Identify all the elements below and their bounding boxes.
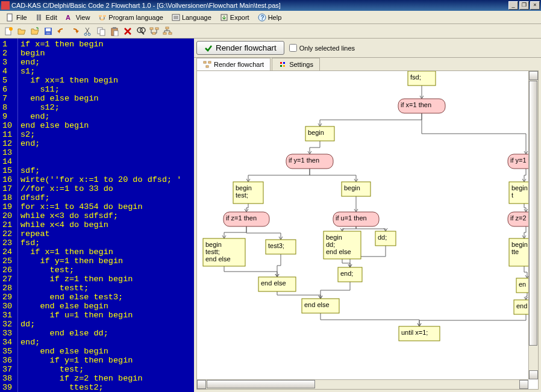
menu-proglang-label: Program language (108, 14, 163, 21)
render-button-label: Render flowchart (216, 43, 277, 52)
toolbar (0, 24, 541, 39)
svg-text:begin: begin (326, 234, 342, 241)
menu-file[interactable]: File (2, 12, 31, 23)
redo-button[interactable] (69, 25, 81, 37)
svg-text:end;: end; (340, 270, 353, 277)
svg-text:if y=1 t: if y=1 t (510, 157, 530, 164)
check-icon (204, 44, 213, 52)
delete-button[interactable] (122, 25, 134, 37)
main-area: 1234567891011121314151617181920212223242… (0, 39, 541, 392)
tab-render-flowchart[interactable]: Render flowchart (196, 58, 270, 70)
scroll-left-button[interactable] (197, 380, 206, 389)
svg-text:end else: end else (261, 279, 286, 287)
svg-text:test3;: test3; (268, 242, 284, 249)
svg-text:testt;: testt; (205, 248, 220, 255)
svg-rect-23 (150, 28, 153, 30)
flowchart-button[interactable] (148, 25, 160, 37)
titlebar: CAD-KAS C/Delphi/Basic Code 2 Flowchart … (0, 0, 541, 11)
menu-proglang[interactable]: Program language (95, 12, 167, 23)
close-button[interactable]: × (530, 1, 540, 10)
tab-settings-label: Settings (289, 61, 313, 68)
svg-text:until x=1;: until x=1; (401, 329, 428, 336)
menu-export[interactable]: Export (216, 12, 253, 23)
svg-rect-20 (114, 31, 118, 36)
svg-rect-32 (280, 62, 282, 64)
menu-edit[interactable]: Edit (32, 12, 61, 23)
render-toolbar: Render flowchart Only selected lines (194, 39, 541, 58)
svg-rect-17 (100, 30, 105, 36)
render-flowchart-button[interactable]: Render flowchart (196, 41, 284, 55)
svg-rect-27 (163, 33, 166, 34)
settings-icon (278, 60, 287, 69)
menu-language-label: Language (182, 14, 211, 21)
svg-text:t: t (511, 191, 513, 199)
flowchart-panel: Render flowchart Only selected lines Ren… (194, 39, 541, 392)
svg-text:dd;: dd; (326, 241, 335, 248)
menu-edit-label: Edit (46, 14, 57, 21)
menu-file-label: File (16, 14, 27, 21)
open2-button[interactable] (29, 25, 41, 37)
open-button[interactable] (16, 25, 28, 37)
svg-text:if u=1 then: if u=1 then (336, 214, 367, 222)
svg-text:begin: begin (308, 129, 324, 136)
flowchart2-button[interactable] (161, 25, 174, 37)
svg-rect-2 (99, 15, 102, 17)
scroll-down-button[interactable] (529, 370, 538, 379)
vertical-scrollbar[interactable] (528, 71, 538, 379)
menubar: File Edit AView Program language Languag… (0, 11, 541, 24)
scroll-thumb-h[interactable] (207, 380, 315, 388)
code-editor[interactable]: 1234567891011121314151617181920212223242… (0, 39, 194, 392)
tab-settings[interactable]: Settings (272, 58, 320, 70)
svg-text:dd;: dd; (378, 234, 387, 241)
only-selected-label: Only selected lines (299, 45, 355, 52)
svg-text:end else: end else (326, 248, 351, 255)
menu-language[interactable]: Language (168, 12, 215, 23)
svg-text:if x=1 then: if x=1 then (401, 101, 431, 108)
minimize-button[interactable]: _ (508, 1, 518, 10)
flowchart-icon (203, 60, 211, 69)
paste-button[interactable] (108, 25, 120, 37)
menu-view[interactable]: AView (62, 12, 94, 23)
svg-text:end else: end else (205, 255, 231, 263)
scroll-up-button[interactable] (529, 71, 538, 80)
svg-rect-19 (113, 27, 116, 29)
svg-rect-3 (103, 15, 106, 17)
svg-rect-26 (166, 27, 169, 29)
flowchart-canvas[interactable]: fsd;if x=1 thenbeginif y=1 thenbegintest… (196, 70, 539, 390)
menu-export-label: Export (230, 14, 249, 21)
scroll-right-button[interactable] (519, 380, 528, 389)
app-icon (1, 1, 10, 10)
svg-text:tte: tte (511, 248, 519, 255)
svg-text:begin: begin (511, 241, 528, 248)
svg-rect-25 (152, 33, 155, 34)
find-button[interactable] (135, 25, 147, 37)
svg-text:begin: begin (511, 184, 528, 191)
copy-button[interactable] (95, 25, 107, 37)
svg-rect-29 (204, 61, 206, 63)
svg-rect-34 (280, 65, 282, 67)
restore-button[interactable]: ❐ (519, 1, 529, 10)
cut-button[interactable] (82, 25, 94, 37)
save-button[interactable] (42, 25, 54, 37)
menu-help-label: Help (268, 14, 282, 21)
svg-rect-31 (206, 66, 208, 67)
svg-text:fsd;: fsd; (410, 73, 421, 81)
undo-button[interactable] (55, 25, 67, 37)
only-selected-checkbox[interactable] (289, 44, 297, 52)
svg-text:if y=1 then: if y=1 then (289, 157, 319, 164)
menu-help[interactable]: ?Help (254, 12, 286, 23)
svg-rect-30 (208, 61, 211, 63)
line-numbers: 1234567891011121314151617181920212223242… (0, 39, 18, 392)
tab-render-label: Render flowchart (214, 61, 264, 68)
horizontal-scrollbar[interactable] (197, 379, 528, 389)
window-title: CAD-KAS C/Delphi/Basic Code 2 Flowchart … (11, 2, 508, 9)
tab-bar: Render flowchart Settings (194, 58, 541, 70)
svg-rect-12 (46, 28, 51, 31)
svg-text:if z=2 t: if z=2 t (510, 214, 530, 222)
code-lines[interactable]: if x=1 then beginbeginend;s1; if xx=1 th… (18, 39, 194, 392)
svg-rect-13 (46, 33, 50, 34)
svg-text:end else: end else (304, 301, 330, 308)
scroll-thumb-v[interactable] (529, 81, 537, 346)
svg-point-22 (140, 28, 145, 33)
new-button[interactable] (2, 25, 14, 37)
